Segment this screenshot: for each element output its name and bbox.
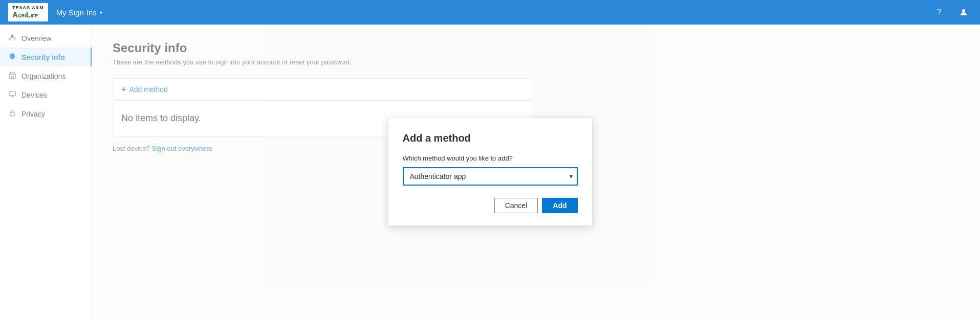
add-method-modal: Add a method Which method would you like… [388,118,593,226]
header-left: TEXAS A&M AGRILIFE My Sign-Ins ▾ [8,3,102,21]
modal-overlay: Add a method Which method would you like… [0,25,980,319]
nav-chevron-icon: ▾ [100,10,102,15]
modal-buttons: Cancel Add [403,198,578,213]
help-icon[interactable]: ? [931,4,947,20]
nav-title-text: My Sign-Ins [56,8,97,17]
nav-title[interactable]: My Sign-Ins ▾ [56,8,102,17]
cancel-button[interactable]: Cancel [494,198,538,213]
method-select-wrapper: Authenticator app Phone Email Security k… [403,167,578,186]
svg-point-0 [962,9,965,12]
method-select[interactable]: Authenticator app Phone Email Security k… [403,167,578,186]
header: TEXAS A&M AGRILIFE My Sign-Ins ▾ ? [0,0,980,25]
modal-label: Which method would you like to add? [403,154,578,162]
add-button[interactable]: Add [542,198,577,213]
logo: TEXAS A&M AGRILIFE [8,3,48,21]
user-icon[interactable] [955,4,972,20]
header-right: ? [931,4,972,20]
modal-title: Add a method [403,132,578,144]
